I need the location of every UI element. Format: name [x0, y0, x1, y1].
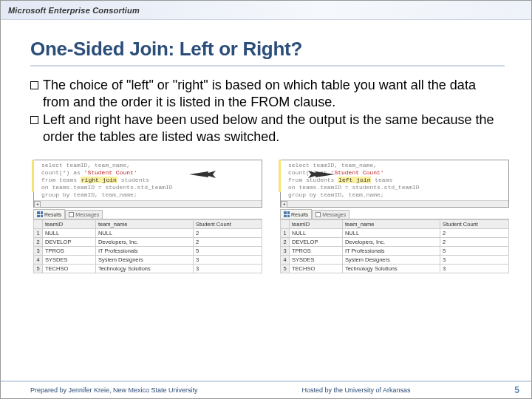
screenshot-row: select teamID, team_name, count(*) as 'S… — [1, 154, 531, 273]
content-area: One-Sided Join: Left or Right? The choic… — [1, 20, 531, 154]
messages-icon — [316, 212, 321, 217]
bullet-list: The choice of "left" or "right" is based… — [30, 77, 505, 145]
tab-label: Messages — [75, 212, 99, 217]
bullet-item: Left and right have been used below and … — [30, 112, 505, 145]
result-tabs: Results Messages — [280, 209, 509, 219]
sql-code-lines: select teamID, team_name, count(*) as 'S… — [281, 160, 508, 200]
table-row: 5TECHSOTechnology Solutions3 — [34, 265, 262, 273]
code-line: count(*) as 'Student Count' — [41, 169, 259, 177]
grid-icon — [284, 211, 290, 217]
sql-capture-right: select teamID, team_name, count(*) as 'S… — [280, 160, 509, 273]
table-row: 4SYSDESSystem Designers3 — [281, 256, 509, 265]
sql-code-lines: select teamID, team_name, count(*) as 'S… — [34, 160, 262, 200]
callout-arrow-icon — [188, 169, 217, 180]
tab-label: Results — [291, 212, 308, 217]
table-row: 2DEVELOPDevelopers, Inc.2 — [281, 238, 509, 247]
table-row: 5TECHSOTechnology Solutions3 — [281, 265, 509, 273]
tab-label: Results — [44, 212, 61, 217]
table-header-row: teamID team_name Student Count — [34, 220, 262, 229]
code-line: group by teamID, team_name; — [288, 191, 505, 199]
tab-messages[interactable]: Messages — [65, 210, 103, 219]
footer-right: Hosted by the University of Arkansas — [301, 386, 410, 394]
code-line: on teams.teamID = students.std_teamID — [41, 184, 259, 191]
tab-results[interactable]: Results — [33, 209, 65, 219]
footer-left: Prepared by Jennifer Kreie, New Mexico S… — [30, 386, 198, 394]
title-rule — [30, 65, 505, 66]
table-row: 3TPROSIT Professionals5 — [34, 247, 262, 256]
code-line: from teams right join students — [41, 177, 259, 184]
topbar: Microsoft Enterprise Consortium — [1, 1, 531, 20]
messages-icon — [69, 212, 74, 217]
table-row: 3TPROSIT Professionals5 — [281, 247, 509, 256]
tab-results[interactable]: Results — [280, 209, 312, 219]
sql-capture-left: select teamID, team_name, count(*) as 'S… — [33, 160, 262, 273]
sql-code-box: select teamID, team_name, count(*) as 'S… — [33, 160, 262, 208]
bullet-text: The choice of "left" or "right" is based… — [43, 77, 505, 110]
result-tabs: Results Messages — [33, 209, 262, 219]
table-header-row: teamID team_name Student Count — [281, 220, 509, 229]
bullet-box-icon — [30, 81, 38, 89]
grid-icon — [37, 211, 43, 217]
bullet-item: The choice of "left" or "right" is based… — [30, 77, 505, 110]
scroll-left-icon[interactable]: ◂ — [34, 201, 41, 208]
callout-arrow-icon — [307, 169, 336, 180]
consortium-title: Microsoft Enterprise Consortium — [8, 6, 140, 15]
code-line: select teamID, team_name, — [288, 162, 505, 169]
results-table: teamID team_name Student Count 1NULLNULL… — [280, 219, 509, 273]
code-line: select teamID, team_name, — [41, 162, 259, 169]
table-row: 1NULLNULL2 — [281, 229, 509, 238]
tab-messages[interactable]: Messages — [312, 210, 349, 219]
page-number: 5 — [514, 385, 519, 395]
bullet-box-icon — [30, 116, 38, 124]
footer: Prepared by Jennifer Kreie, New Mexico S… — [1, 381, 531, 398]
code-line: group by teamID, team_name; — [41, 191, 259, 199]
table-row: 2DEVELOPDevelopers, Inc.2 — [34, 238, 262, 247]
page-title: One-Sided Join: Left or Right? — [30, 38, 505, 61]
scroll-left-icon[interactable]: ◂ — [281, 201, 287, 208]
bullet-text: Left and right have been used below and … — [43, 112, 505, 145]
table-row: 4SYSDESSystem Designers3 — [34, 256, 262, 265]
results-table: teamID team_name Student Count 1NULLNULL… — [33, 219, 262, 273]
sql-code-box: select teamID, team_name, count(*) as 'S… — [280, 160, 509, 208]
h-scrollbar[interactable]: ◂ — [281, 200, 508, 207]
code-line: on teams.teamID = students.std_teamID — [288, 184, 505, 191]
tab-label: Messages — [322, 212, 346, 217]
table-row: 1NULLNULL2 — [34, 229, 262, 238]
h-scrollbar[interactable]: ◂ — [34, 200, 262, 207]
